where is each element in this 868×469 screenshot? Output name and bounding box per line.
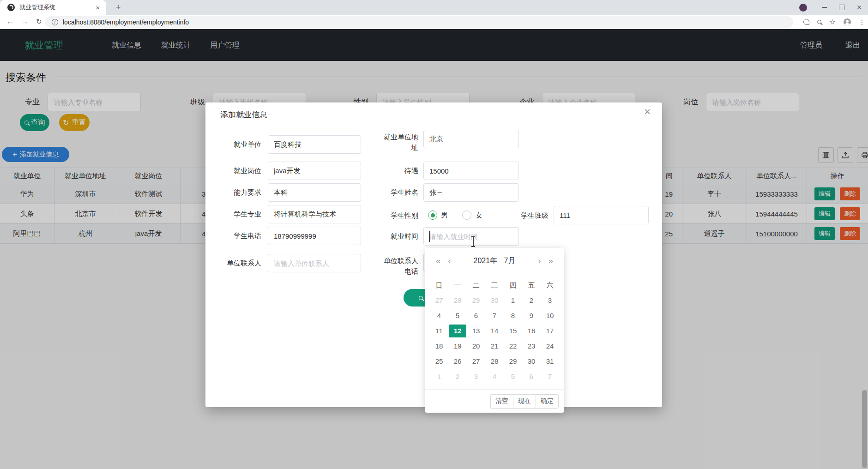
weekday-label: 五 xyxy=(522,278,541,293)
field-label-contact-phone: 单位联系人电话 xyxy=(380,252,418,277)
job-field[interactable] xyxy=(268,162,361,180)
mouse-cursor xyxy=(473,237,474,246)
calendar-now-button[interactable]: 现在 xyxy=(513,394,536,409)
calendar-day[interactable]: 1 xyxy=(430,369,448,384)
student-phone-field[interactable] xyxy=(268,227,361,245)
zoom-icon[interactable] xyxy=(817,20,821,24)
calendar-day[interactable]: 2 xyxy=(448,369,467,384)
browser-tab[interactable]: 就业管理系统 × xyxy=(0,0,106,15)
calendar-day[interactable]: 10 xyxy=(541,308,559,323)
calendar-day[interactable]: 19 xyxy=(448,338,467,354)
extension-icon[interactable] xyxy=(803,19,809,25)
calendar-day[interactable]: 9 xyxy=(522,308,541,323)
menu-kebab-icon[interactable]: ⋮ xyxy=(859,18,865,26)
search-icon xyxy=(419,296,423,300)
url-field[interactable]: i localhost:8080/employment/employmentin… xyxy=(45,16,793,28)
radio-female-label[interactable]: 女 xyxy=(476,210,482,220)
calendar-day[interactable]: 28 xyxy=(485,354,504,369)
calendar-day[interactable]: 16 xyxy=(522,323,541,338)
student-name-field[interactable] xyxy=(423,183,519,202)
calendar-clear-button[interactable]: 清空 xyxy=(490,394,513,409)
calendar-day[interactable]: 13 xyxy=(467,323,485,338)
calendar-confirm-button[interactable]: 确定 xyxy=(536,394,559,409)
calendar-day[interactable]: 28 xyxy=(448,293,467,308)
url-text: localhost:8080/employment/employmentinfo xyxy=(63,18,189,26)
calendar-day[interactable]: 15 xyxy=(504,323,522,338)
major-field[interactable] xyxy=(268,205,361,223)
reload-icon[interactable]: ↻ xyxy=(36,18,42,26)
calendar-day[interactable]: 27 xyxy=(467,354,485,369)
site-info-icon[interactable]: i xyxy=(52,19,58,25)
radio-female[interactable] xyxy=(462,210,471,220)
field-label-company: 就业单位 xyxy=(212,135,261,154)
calendar-day[interactable]: 20 xyxy=(467,338,485,354)
new-tab-button[interactable]: + xyxy=(113,2,124,13)
next-year-icon[interactable]: » xyxy=(544,256,557,266)
forward-icon[interactable]: → xyxy=(21,17,29,26)
calendar-day[interactable]: 25 xyxy=(430,354,448,369)
profile-avatar-icon[interactable] xyxy=(844,18,851,26)
prev-month-icon[interactable]: ‹ xyxy=(445,256,455,266)
calendar-day[interactable]: 30 xyxy=(522,354,541,369)
calendar-day[interactable]: 1 xyxy=(504,293,522,308)
browser-tab-strip: 就业管理系统 × + × xyxy=(0,0,868,15)
calendar-day[interactable]: 22 xyxy=(504,338,522,354)
field-label-student-class: 学生班级 xyxy=(508,210,549,221)
minimize-button[interactable] xyxy=(815,0,833,15)
calendar-day[interactable]: 29 xyxy=(504,354,522,369)
calendar-day[interactable]: 5 xyxy=(448,308,467,323)
calendar-day[interactable]: 17 xyxy=(541,323,559,338)
field-label-unit-address: 就业单位地址 xyxy=(380,128,418,153)
calendar-day[interactable]: 3 xyxy=(467,369,485,384)
calendar-day[interactable]: 27 xyxy=(430,293,448,308)
calendar-day[interactable]: 26 xyxy=(448,354,467,369)
field-label-job: 就业岗位 xyxy=(212,162,261,180)
calendar-day[interactable]: 4 xyxy=(430,308,448,323)
back-icon[interactable]: ← xyxy=(6,17,14,26)
calendar-day[interactable]: 18 xyxy=(430,338,448,354)
tab-close-icon[interactable]: × xyxy=(94,4,102,12)
calendar-month[interactable]: 7月 xyxy=(504,257,516,265)
calendar-day[interactable]: 6 xyxy=(522,369,541,384)
student-class-field[interactable] xyxy=(554,206,649,224)
calendar-day[interactable]: 7 xyxy=(541,369,559,384)
unit-address-field[interactable] xyxy=(423,130,519,148)
calendar-year[interactable]: 2021年 xyxy=(474,257,498,265)
calendar-day[interactable]: 6 xyxy=(467,308,485,323)
calendar-day[interactable]: 2 xyxy=(522,293,541,308)
salary-field[interactable] xyxy=(423,162,519,180)
field-label-employment-time: 就业时间 xyxy=(380,227,418,246)
calendar-day[interactable]: 31 xyxy=(541,354,559,369)
window-close-button[interactable]: × xyxy=(850,0,868,15)
calendar-day[interactable]: 11 xyxy=(430,323,448,338)
scrollbar-thumb[interactable] xyxy=(862,390,867,468)
calendar-day[interactable]: 24 xyxy=(541,338,559,354)
calendar-day[interactable]: 21 xyxy=(485,338,504,354)
maximize-button[interactable] xyxy=(833,0,850,15)
calendar-day[interactable]: 29 xyxy=(467,293,485,308)
next-month-icon[interactable]: › xyxy=(534,256,544,266)
calendar-day[interactable]: 30 xyxy=(485,293,504,308)
radio-male-label[interactable]: 男 xyxy=(441,210,448,220)
calendar-grid: 2728293012345678910111213141516171819202… xyxy=(425,293,564,384)
divider xyxy=(205,124,662,124)
calendar-day[interactable]: 7 xyxy=(485,308,504,323)
radio-male[interactable] xyxy=(428,210,437,220)
profile-dot-icon[interactable] xyxy=(799,4,807,12)
company-field[interactable] xyxy=(268,135,361,154)
prev-year-icon[interactable]: « xyxy=(432,256,445,266)
field-label-ability: 能力要求 xyxy=(212,183,261,202)
calendar-day[interactable]: 12 xyxy=(448,323,467,338)
bookmark-star-icon[interactable]: ☆ xyxy=(829,18,836,26)
unit-contact-field[interactable] xyxy=(268,254,361,272)
modal-close-icon[interactable]: × xyxy=(644,106,651,117)
calendar-day[interactable]: 3 xyxy=(541,293,559,308)
calendar-day[interactable]: 8 xyxy=(504,308,522,323)
field-label-student-name: 学生姓名 xyxy=(380,183,418,202)
calendar-day[interactable]: 23 xyxy=(522,338,541,354)
calendar-day[interactable]: 14 xyxy=(485,323,504,338)
ability-field[interactable] xyxy=(268,183,361,202)
calendar-day[interactable]: 5 xyxy=(504,369,522,384)
calendar-day[interactable]: 4 xyxy=(485,369,504,384)
favicon-icon xyxy=(7,4,15,11)
